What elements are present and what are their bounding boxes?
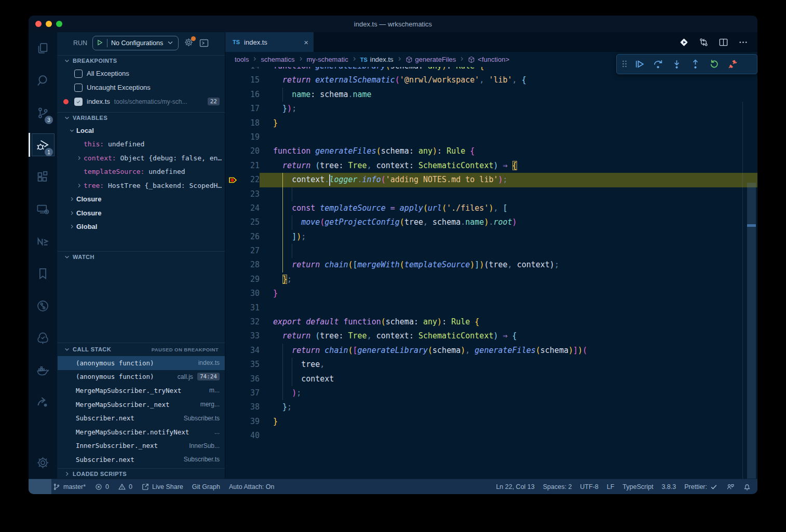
glyph-margin[interactable] [225, 102, 239, 116]
glyph-margin[interactable] [225, 386, 239, 400]
breadcrumb-item-indexts[interactable]: TSindex.ts [360, 56, 394, 63]
status-item-feedback[interactable] [726, 483, 735, 491]
compare-changes-button[interactable] [699, 37, 709, 47]
code-line-22[interactable]: 22 context.logger.info('adding NOTES.md … [225, 173, 757, 187]
tab-index-ts[interactable]: TS index.ts × [225, 32, 314, 52]
glyph-margin[interactable] [225, 244, 239, 258]
call-stack-frame[interactable]: Subscriber.nextSubscriber.ts [58, 411, 225, 425]
run-configuration-dropdown[interactable]: No Configurations [92, 36, 179, 50]
glyph-margin[interactable] [225, 315, 239, 329]
glyph-margin[interactable] [225, 415, 239, 429]
status-item-encoding[interactable]: UTF-8 [580, 483, 598, 490]
variable-scope-row[interactable]: Global [58, 220, 225, 234]
start-debugging-icon[interactable] [96, 39, 103, 48]
section-header-watch[interactable]: WATCH [58, 251, 225, 262]
glyph-margin[interactable] [225, 230, 239, 244]
variable-scope-row[interactable]: Local [58, 124, 225, 138]
breakpoint-row[interactable]: Uncaught Exceptions [58, 80, 225, 94]
section-header-breakpoints[interactable]: BREAKPOINTS [58, 55, 225, 66]
status-item-warnings[interactable]: 0 [118, 483, 132, 491]
glyph-margin[interactable] [225, 130, 239, 144]
call-stack-frame[interactable]: InnerSubscriber._nextInnerSub... [58, 439, 225, 453]
section-header-call-stack[interactable]: CALL STACK PAUSED ON BREAKPOINT [58, 343, 225, 356]
glyph-margin[interactable] [225, 372, 239, 386]
breadcrumb-item-schematics[interactable]: schematics [261, 56, 294, 63]
glyph-margin[interactable] [225, 358, 239, 372]
glyph-margin[interactable] [225, 116, 239, 130]
code-line-38[interactable]: 38 }; [225, 400, 757, 414]
glyph-margin[interactable] [225, 201, 239, 215]
code-line-19[interactable]: 19 [225, 130, 757, 144]
activity-bar-item-settings[interactable] [29, 446, 57, 479]
code-line-25[interactable]: 25 move(getProjectConfig(tree, schema.na… [225, 215, 757, 229]
close-tab-icon[interactable]: × [304, 38, 308, 47]
breakpoint-row[interactable]: index.tstools/schematics/my-sch...22 [58, 94, 225, 108]
remote-indicator[interactable] [29, 479, 51, 494]
glyph-margin[interactable] [225, 287, 239, 301]
debug-console-button[interactable] [199, 38, 209, 48]
activity-bar-item-test-explorer[interactable] [29, 322, 57, 354]
code-line-34[interactable]: 34 return chain([generateLibrary(schema)… [225, 344, 757, 358]
code-line-21[interactable]: 21 return (tree: Tree, context: Schemati… [225, 159, 757, 173]
call-stack-frame[interactable]: MergeMapSubscriber.notifyNext... [58, 425, 225, 439]
activity-bar-item-extensions[interactable] [29, 161, 57, 193]
status-item-cursor-position[interactable]: Ln 22, Col 13 [496, 483, 534, 490]
code-line-18[interactable]: 18} [225, 116, 757, 130]
variable-row[interactable]: tree: HostTree {_backend: ScopedH… [58, 179, 225, 193]
debug-stopped-arrow-icon[interactable] [225, 173, 239, 187]
status-item-auto-attach[interactable]: Auto Attach: On [229, 483, 275, 490]
activity-bar-item-bookmarks[interactable] [29, 257, 57, 290]
glyph-margin[interactable] [225, 73, 239, 87]
code-line-31[interactable]: 31 [225, 301, 757, 315]
step-over-button[interactable] [649, 57, 667, 72]
code-line-17[interactable]: 17 }); [225, 102, 757, 116]
status-item-git-graph[interactable]: Git Graph [192, 483, 220, 490]
activity-bar-item-deploy[interactable] [29, 386, 57, 418]
breadcrumb-item-function[interactable]: <function> [468, 56, 509, 63]
code-line-28[interactable]: 28 return chain([mergeWith(templateSourc… [225, 258, 757, 272]
variable-scope-row[interactable]: Closure [58, 193, 225, 207]
glyph-margin[interactable] [225, 344, 239, 358]
status-item-live-share[interactable]: Live Share [141, 483, 183, 491]
status-item-eol[interactable]: LF [607, 483, 615, 490]
glyph-margin[interactable] [225, 429, 239, 443]
section-header-loaded-scripts[interactable]: LOADED SCRIPTS [58, 468, 225, 479]
code-editor[interactable]: 14function generateLibrary(schema: any):… [225, 67, 757, 479]
code-line-30[interactable]: 30} [225, 287, 757, 301]
code-line-16[interactable]: 16 name: schema.name [225, 88, 757, 102]
code-line-29[interactable]: 29 }; [225, 272, 757, 287]
call-stack-frame[interactable]: (anonymous function)index.ts [58, 356, 225, 370]
code-line-15[interactable]: 15 return externalSchematic('@nrwl/works… [225, 73, 757, 87]
breakpoint-row[interactable]: All Exceptions [58, 66, 225, 80]
code-line-24[interactable]: 24 const templateSource = apply(url('./f… [225, 201, 757, 215]
code-line-36[interactable]: 36 context [225, 372, 757, 386]
breadcrumb-item-generateFiles[interactable]: generateFiles [405, 56, 456, 63]
step-into-button[interactable] [668, 57, 685, 72]
step-out-button[interactable] [686, 57, 704, 72]
breadcrumb-item-myschematic[interactable]: my-schematic [307, 56, 348, 63]
restart-button[interactable] [705, 57, 723, 72]
disconnect-button[interactable] [724, 57, 741, 72]
glyph-margin[interactable] [225, 272, 239, 287]
call-stack-frame[interactable]: MergeMapSubscriber._tryNextm... [58, 384, 225, 398]
status-item-ts-version[interactable]: 3.8.3 [661, 483, 676, 490]
activity-bar-item-search[interactable] [29, 64, 57, 97]
glyph-margin[interactable] [225, 215, 239, 229]
glyph-margin[interactable] [225, 144, 239, 158]
status-item-indentation[interactable]: Spaces: 2 [543, 483, 572, 490]
code-line-39[interactable]: 39} [225, 415, 757, 429]
glyph-margin[interactable] [225, 159, 239, 173]
code-line-37[interactable]: 37 ); [225, 386, 757, 400]
activity-bar-item-nx-console[interactable] [29, 225, 57, 257]
section-header-variables[interactable]: VARIABLES [58, 112, 225, 123]
code-line-32[interactable]: 32export default function(schema: any): … [225, 315, 757, 329]
call-stack-frame[interactable]: (anonymous function)call.js74:24 [58, 370, 225, 384]
glyph-margin[interactable] [225, 329, 239, 343]
checkbox[interactable] [74, 98, 83, 106]
status-item-prettier[interactable]: Prettier: [684, 483, 718, 491]
variable-row[interactable]: context: Object {debug: false, en… [58, 151, 225, 165]
variable-row[interactable]: this: undefined [58, 138, 225, 152]
code-line-26[interactable]: 26 ]); [225, 230, 757, 244]
checkbox[interactable] [74, 84, 83, 92]
checkbox[interactable] [74, 70, 83, 78]
